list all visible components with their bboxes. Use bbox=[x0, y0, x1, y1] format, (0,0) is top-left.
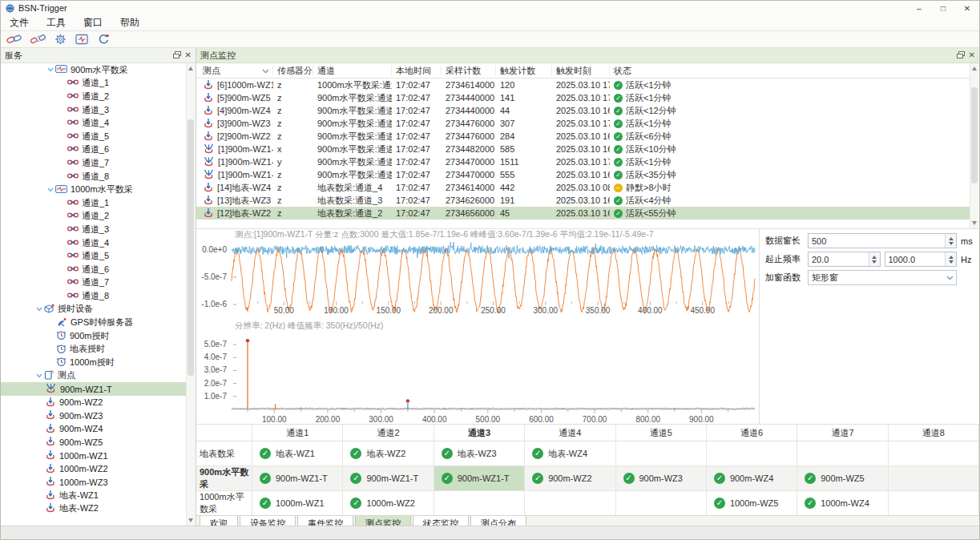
float-panel-icon[interactable] bbox=[173, 50, 181, 60]
grid-cell[interactable]: ✓900m-WZ1-T bbox=[252, 466, 343, 490]
settings-gear-icon[interactable] bbox=[54, 34, 67, 45]
grid-cell[interactable]: ✓900m-WZ1-T bbox=[343, 466, 434, 490]
grid-cell[interactable] bbox=[434, 491, 525, 515]
close-button[interactable]: ✕ bbox=[955, 1, 979, 15]
tree-item[interactable]: 通道_1 bbox=[1, 196, 196, 210]
spinner-buttons[interactable] bbox=[945, 234, 956, 248]
numeric-input[interactable]: 20.0 bbox=[808, 252, 881, 267]
minimize-button[interactable]: – bbox=[907, 1, 931, 15]
table-row[interactable]: [12]地表-WZ2z地表数采:通道_217:02:47273465600045… bbox=[196, 207, 979, 220]
spinner-buttons[interactable] bbox=[869, 252, 880, 266]
grid-cell[interactable] bbox=[525, 491, 615, 515]
tree-item[interactable]: 900m授时 bbox=[1, 329, 196, 343]
table-header-cell[interactable]: 触发计数 bbox=[496, 66, 552, 75]
tree-item[interactable]: 通道_5 bbox=[1, 249, 196, 263]
tree-item[interactable]: 900m-WZ5 bbox=[1, 436, 196, 449]
menu-item[interactable]: 窗口 bbox=[75, 16, 111, 30]
close-panel-icon[interactable]: ✕ bbox=[969, 51, 975, 59]
table-row[interactable]: [2]900m-WZ2z900m水平数采:通道_417:02:472734476… bbox=[196, 130, 979, 143]
table-row[interactable]: [5]900m-WZ5z900m水平数采:通道_717:02:472734440… bbox=[196, 91, 979, 104]
close-panel-icon[interactable]: ✕ bbox=[185, 51, 192, 59]
menu-item[interactable]: 文件 bbox=[1, 16, 38, 30]
tree-item[interactable]: GPS时钟服务器 bbox=[1, 316, 196, 329]
grid-cell[interactable]: ✓900m-WZ4 bbox=[707, 466, 797, 490]
grid-cell[interactable]: ✓地表-WZ2 bbox=[343, 441, 434, 465]
spinner-buttons[interactable] bbox=[945, 252, 956, 266]
table-row[interactable]: [14]地表-WZ4z地表数采:通道_417:02:47273461400044… bbox=[196, 181, 979, 194]
restart-icon[interactable] bbox=[97, 34, 110, 45]
tree-item[interactable]: 通道_6 bbox=[1, 263, 196, 276]
tree-item[interactable]: 1000m-WZ2 bbox=[1, 462, 196, 476]
scroll-up-icon[interactable] bbox=[188, 66, 193, 71]
menu-item[interactable]: 帮助 bbox=[111, 16, 148, 30]
tree-scrollbar[interactable] bbox=[186, 63, 196, 526]
tree-item[interactable]: 900m-WZ2 bbox=[1, 396, 196, 409]
grid-cell[interactable]: ✓900m-WZ2 bbox=[525, 466, 615, 490]
table-header-cell[interactable]: 状态 bbox=[610, 66, 979, 75]
tree-item[interactable]: 通道_3 bbox=[1, 223, 196, 236]
oscilloscope-window-icon[interactable] bbox=[75, 34, 88, 45]
grid-cell[interactable]: ✓900m-WZ5 bbox=[797, 466, 888, 490]
table-row[interactable]: [1]900m-WZ1-Tx900m水平数采:通道_117:02:4727344… bbox=[196, 143, 979, 155]
grid-cell[interactable] bbox=[797, 441, 888, 465]
table-row[interactable]: [13]地表-WZ3z地表数采:通道_317:02:47273462600019… bbox=[196, 194, 979, 207]
window-function-select[interactable]: 矩形窗 bbox=[808, 270, 957, 285]
table-row[interactable]: [3]900m-WZ3z900m水平数采:通道_517:02:472734476… bbox=[196, 117, 979, 130]
tree-item[interactable]: 900m水平数采 bbox=[1, 63, 196, 77]
tree-item[interactable]: 通道_4 bbox=[1, 116, 196, 130]
table-row[interactable]: [1]900m-WZ1-Ty900m水平数采:通道_217:02:4727344… bbox=[196, 155, 979, 168]
grid-cell[interactable] bbox=[616, 441, 707, 465]
tree-item[interactable]: 地表-WZ1 bbox=[1, 489, 196, 502]
grid-cell[interactable] bbox=[889, 441, 979, 465]
table-header-cell[interactable]: 传感器分量 bbox=[273, 66, 313, 75]
maximize-button[interactable]: □ bbox=[931, 1, 955, 15]
float-panel-icon[interactable] bbox=[957, 50, 965, 60]
tree-item[interactable]: 900m-WZ3 bbox=[1, 409, 196, 422]
tree-item[interactable]: 通道_2 bbox=[1, 210, 196, 224]
table-row[interactable]: [1]900m-WZ1-Tz900m水平数采:通道_317:02:4727344… bbox=[196, 168, 979, 181]
tree-item[interactable]: 通道_3 bbox=[1, 103, 196, 117]
sort-chevron-icon[interactable] bbox=[262, 66, 269, 75]
tree-item[interactable]: 地表-WZ2 bbox=[1, 502, 196, 516]
table-header-cell[interactable]: 测点 bbox=[196, 66, 273, 75]
grid-cell[interactable]: ✓地表-WZ3 bbox=[434, 441, 525, 465]
scrollbar-thumb[interactable] bbox=[188, 119, 194, 376]
table-header-cell[interactable]: 采样计数 bbox=[442, 66, 496, 75]
tree-item[interactable]: 通道_7 bbox=[1, 276, 196, 290]
tree-item[interactable]: 通道_6 bbox=[1, 143, 196, 157]
tree-item[interactable]: 900m-WZ1-T bbox=[1, 382, 196, 396]
connect-icon[interactable] bbox=[6, 34, 22, 45]
scroll-up-icon[interactable] bbox=[972, 66, 977, 71]
tree-item[interactable]: 测点 bbox=[1, 369, 196, 383]
scroll-down-icon[interactable] bbox=[972, 221, 977, 225]
tree-item[interactable]: 通道_1 bbox=[1, 77, 196, 91]
table-scrollbar[interactable] bbox=[970, 63, 979, 228]
table-header-cell[interactable]: 触发时刻 bbox=[552, 66, 610, 75]
tree-item[interactable]: 1000m水平数采 bbox=[1, 183, 196, 196]
tree-item[interactable]: 通道_8 bbox=[1, 289, 196, 303]
grid-cell[interactable]: ✓1000m-WZ1 bbox=[252, 491, 343, 515]
grid-cell[interactable] bbox=[889, 466, 979, 490]
grid-cell[interactable] bbox=[889, 491, 979, 515]
tree-item[interactable]: 通道_8 bbox=[1, 170, 196, 183]
numeric-input[interactable]: 500 bbox=[808, 233, 957, 248]
tree-item[interactable]: 通道_4 bbox=[1, 236, 196, 250]
grid-cell[interactable] bbox=[616, 491, 707, 515]
grid-cell[interactable] bbox=[707, 441, 797, 465]
menu-item[interactable]: 工具 bbox=[38, 16, 75, 30]
tree-item[interactable]: 900m-WZ4 bbox=[1, 422, 196, 436]
tree-item[interactable]: 1000m-WZ3 bbox=[1, 475, 196, 489]
table-header-cell[interactable]: 通道 bbox=[313, 66, 392, 75]
scrollbar-thumb[interactable] bbox=[971, 87, 978, 183]
tree-expand-icon[interactable] bbox=[45, 67, 55, 72]
disconnect-icon[interactable] bbox=[30, 34, 46, 45]
tree-expand-icon[interactable] bbox=[34, 307, 44, 312]
grid-cell[interactable]: ✓地表-WZ1 bbox=[252, 441, 343, 465]
scroll-down-icon[interactable] bbox=[188, 518, 193, 522]
grid-cell[interactable]: ✓1000m-WZ2 bbox=[343, 491, 434, 515]
table-header-cell[interactable]: 本地时间 bbox=[392, 66, 442, 75]
tree-item[interactable]: 1000m授时 bbox=[1, 356, 196, 369]
grid-cell[interactable]: ✓1000m-WZ4 bbox=[797, 491, 888, 515]
grid-cell[interactable]: ✓900m-WZ3 bbox=[616, 466, 707, 490]
table-row[interactable]: [6]1000m-WZ1z1000m水平数采:通道_117:02:4727346… bbox=[196, 79, 979, 91]
